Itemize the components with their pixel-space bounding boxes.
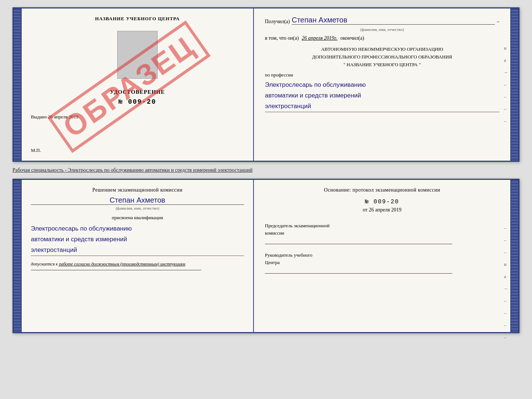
date-value-left: 26 апреля 2019	[48, 114, 79, 120]
spine-right-bottom	[510, 180, 518, 332]
chairman-label: Председатель экзаменационной комиссии	[265, 222, 499, 236]
cert-number: № 009-20	[31, 98, 244, 106]
chairman-block: Председатель экзаменационной комиссии	[265, 222, 499, 244]
cert-right-panel: Получил(а) Степан Ахметов – (фамилия, им…	[254, 8, 510, 161]
cert-title: УДОСТОВЕРЕНИЕ	[31, 89, 244, 95]
profession-line3-top: электростанций	[265, 101, 499, 112]
school-name-top: НАЗВАНИЕ УЧЕБНОГО ЦЕНТРА	[31, 16, 244, 22]
profession-label-top: по профессии	[265, 72, 499, 78]
photo-placeholder	[117, 31, 158, 79]
date-row-top: в том, что он(а) 26 апреля 2019г. окончи…	[265, 35, 499, 41]
head-block: Руководитель учебного Центра	[265, 252, 499, 274]
chairman-line2: комиссии	[265, 230, 284, 236]
fio-label-top: (фамилия, имя, отчество)	[265, 27, 499, 32]
spine-left	[14, 8, 22, 161]
spine-right-top	[510, 8, 518, 161]
commission-fio: (фамилия, имя, отчество)	[31, 206, 244, 210]
org-block: АВТОНОМНУЮ НЕКОММЕРЧЕСКУЮ ОРГАНИЗАЦИЮ ДО…	[265, 46, 499, 68]
commission-title: Решением экзаменационной комиссии	[31, 187, 244, 193]
received-label: Получил(а)	[265, 19, 290, 25]
date-label: Выдано	[31, 114, 47, 120]
assigned-label: присвоена квалификация	[31, 215, 244, 221]
allow-value: работе согласно должностным (производств…	[59, 261, 185, 267]
right-dashes-bottom: – – – и а ← – – – –	[504, 225, 508, 340]
basis-title: Основание: протокол экзаменационной коми…	[265, 187, 499, 193]
allow-prefix: допускается к	[31, 261, 58, 267]
received-row: Получил(а) Степан Ахметов –	[265, 16, 499, 25]
qual-line1: Электрослесарь по обслуживанию	[31, 224, 244, 234]
sign-line-head	[265, 273, 452, 274]
bottom-right-panel: Основание: протокол экзаменационной коми…	[254, 180, 510, 332]
sign-line-chairman	[265, 244, 452, 244]
protocol-date: от 26 апреля 2019	[265, 207, 499, 213]
cert-left-panel: НАЗВАНИЕ УЧЕБНОГО ЦЕНТРА УДОСТОВЕРЕНИЕ №…	[22, 8, 254, 161]
profession-line1-top: Электрослесарь по обслуживанию	[265, 80, 499, 90]
spine-left-bottom	[14, 180, 22, 332]
qual-line3: электростанций	[31, 245, 244, 256]
commission-name: Степан Ахметов	[31, 196, 244, 205]
finished-label: окончил(а)	[340, 35, 364, 41]
protocol-number: № 009-20	[265, 199, 499, 205]
middle-text: Рабочая специальность - Электрослесарь п…	[12, 165, 520, 175]
allow-row: допускается к работе согласно должностны…	[31, 261, 244, 267]
org-line2: ДОПОЛНИТЕЛЬНОГО ПРОФЕССИОНАЛЬНОГО ОБРАЗО…	[265, 53, 499, 61]
received-name: Степан Ахметов	[292, 16, 495, 25]
in-that-label: в том, что он(а)	[265, 35, 299, 41]
side-dashes-top: и а ← – – – –	[504, 46, 508, 124]
head-line1: Руководитель учебного	[265, 252, 312, 258]
top-certificate: НАЗВАНИЕ УЧЕБНОГО ЦЕНТРА УДОСТОВЕРЕНИЕ №…	[12, 7, 520, 162]
head-label: Руководитель учебного Центра	[265, 252, 499, 266]
dash-top: –	[497, 19, 499, 25]
chairman-line1: Председатель экзаменационной	[265, 223, 330, 228]
org-line3: " НАЗВАНИЕ УЧЕБНОГО ЦЕНТРА "	[265, 61, 499, 69]
protocol-date-value: 26 апреля 2019	[369, 207, 402, 213]
qualification-value: Электрослесарь по обслуживанию автоматик…	[31, 224, 244, 256]
profession-line2-top: автоматики и средств измерений	[265, 90, 499, 101]
cert-date-row: Выдано 26 апреля 2019	[31, 114, 244, 120]
cert-body: УДОСТОВЕРЕНИЕ № 009-20 Выдано 26 апреля …	[31, 27, 244, 144]
date-value-top: 26 апреля 2019г.	[302, 35, 337, 41]
sign-block: Председатель экзаменационной комиссии Ру…	[265, 222, 499, 274]
bottom-certificate: Решением экзаменационной комиссии Степан…	[12, 179, 520, 333]
profession-value-top: Электрослесарь по обслуживанию автоматик…	[265, 80, 499, 112]
org-line1: АВТОНОМНУЮ НЕКОММЕРЧЕСКУЮ ОРГАНИЗАЦИЮ	[265, 46, 499, 53]
protocol-date-prefix: от	[363, 207, 367, 213]
head-line2: Центра	[265, 260, 280, 265]
sign-line-left	[31, 270, 201, 270]
mp-label: М.П.	[31, 144, 244, 153]
qual-line2: автоматики и средств измерений	[31, 234, 244, 245]
document-container: НАЗВАНИЕ УЧЕБНОГО ЦЕНТРА УДОСТОВЕРЕНИЕ №…	[12, 7, 520, 333]
bottom-left-panel: Решением экзаменационной комиссии Степан…	[22, 180, 254, 332]
